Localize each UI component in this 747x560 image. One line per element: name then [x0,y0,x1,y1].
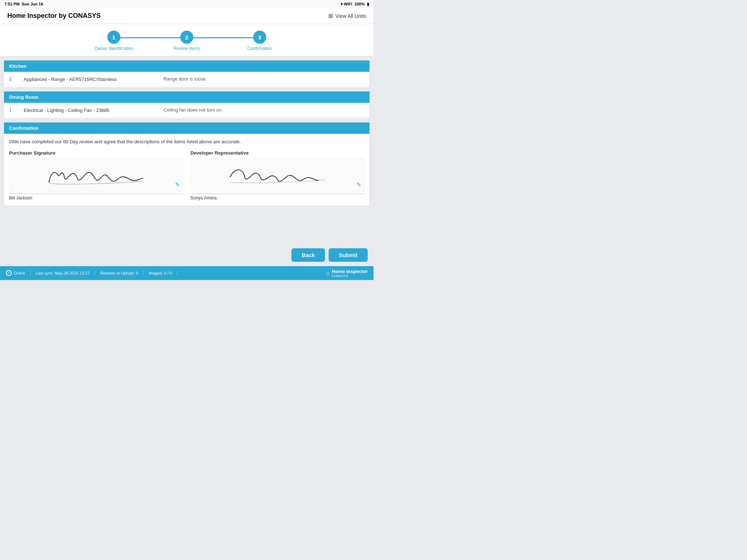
time-display: 7:51 PM [4,2,20,6]
footer-online-status: ✓ Online [6,270,31,276]
row-description: Range door is loose. [163,76,364,82]
footer-reviews: Reviews to Upload: 0 [100,271,144,275]
developer-name: Sonya Amera [190,195,364,201]
back-button[interactable]: Back [291,248,325,262]
row-number: 1 [9,107,18,113]
dining-room-header: Dining Room [4,92,369,103]
footer-reviews-text: Reviews to Upload: 0 [100,271,138,275]
submit-button[interactable]: Submit [329,248,368,262]
developer-signature-block: Developer Representative ✎ Sonya Amera [190,150,364,201]
grid-icon: ⊞ [328,12,333,19]
battery-display: 100% [355,2,365,6]
view-all-units-label: View All Units [335,13,366,19]
developer-signature-box: ✎ [190,159,364,191]
stepper-step-1[interactable]: 1 Owner Identification [77,31,150,51]
stepper-label-3: Confirmation [247,46,272,51]
row-number: 2 [9,76,18,82]
row-item-name: Appliances - Range - AER5715RC/Stainless [24,76,158,83]
footer: ✓ Online Last sync: May-28-2019 13:27 Re… [0,266,374,280]
view-all-units-button[interactable]: ⊞ View All Units [328,12,366,19]
purchaser-signature-block: Purchaser Signature ✎ Bill Jackson [9,150,183,201]
table-row: 1 Electrical - Lighting - Ceiling Fan - … [4,103,369,118]
purchaser-underline [9,194,183,194]
confirmation-body: I/We have completed our 60 Day review an… [4,134,369,206]
stepper-circle-1: 1 [107,31,120,44]
online-check-icon: ✓ [6,270,12,276]
footer-brand: ⌂ Home Inspector CONASYS [326,269,368,278]
dining-room-table: Dining Room 1 Electrical - Lighting - Ce… [4,91,370,118]
footer-sync-text: Last sync: May-28-2019 13:27 [36,271,90,275]
battery-icon: ▮ [367,2,369,7]
footer-status-label: Online [13,271,25,275]
table-row: 2 Appliances - Range - AER5715RC/Stainle… [4,72,369,87]
developer-edit-icon[interactable]: ✎ [356,181,361,188]
row-description: Ceiling fan does not turn on. [163,107,364,113]
developer-signature-label: Developer Representative [190,150,364,156]
stepper-step-2[interactable]: 2 Review Items [150,31,223,51]
house-icon: ⌂ [326,270,330,276]
wifi-icon: ▾ WiFi [341,2,352,7]
stepper-label-1: Owner Identification [94,46,133,51]
stepper-section: 1 Owner Identification 2 Review Items 3 … [0,24,374,57]
stepper-circle-3: 3 [253,31,266,44]
app-title: Home Inspector by CONASYS [7,12,101,20]
app-header: Home Inspector by CONASYS ⊞ View All Uni… [0,8,374,24]
kitchen-table: Kitchen 2 Appliances - Range - AER5715RC… [4,60,370,88]
kitchen-header: Kitchen [4,61,369,72]
footer-last-sync: Last sync: May-28-2019 13:27 [36,271,95,275]
confirmation-text: I/We have completed our 60 Day review an… [9,139,364,144]
developer-signature-svg [208,162,347,188]
developer-underline [190,194,364,194]
confirmation-header: Confirmation [4,122,369,134]
footer-images-text: Images: 0 / 0 [149,271,172,275]
stepper-step-3[interactable]: 3 Confirmation [223,31,296,51]
signatures-row: Purchaser Signature ✎ Bill Jackson Devel… [9,150,364,201]
action-buttons: Back Submit [291,248,368,262]
stepper-circle-2: 2 [180,31,193,44]
status-bar: 7:51 PM Sun Jun 16 ▾ WiFi 100% ▮ [0,0,374,8]
purchaser-signature-box: ✎ [9,159,183,191]
stepper-label-2: Review Items [174,46,200,51]
purchaser-signature-label: Purchaser Signature [9,150,183,156]
purchaser-name: Bill Jackson [9,195,183,201]
date-display: Sun Jun 16 [22,2,43,6]
purchaser-signature-svg [27,162,166,188]
footer-images: Images: 0 / 0 [149,271,178,275]
main-content: Kitchen 2 Appliances - Range - AER5715RC… [0,57,374,269]
stepper: 1 Owner Identification 2 Review Items 3 … [77,31,296,51]
footer-brand-text: Home Inspector CONASYS [332,269,368,278]
purchaser-edit-icon[interactable]: ✎ [175,181,180,188]
row-item-name: Electrical - Lighting - Ceiling Fan - 23… [24,107,158,114]
confirmation-section: Confirmation I/We have completed our 60 … [4,122,370,206]
